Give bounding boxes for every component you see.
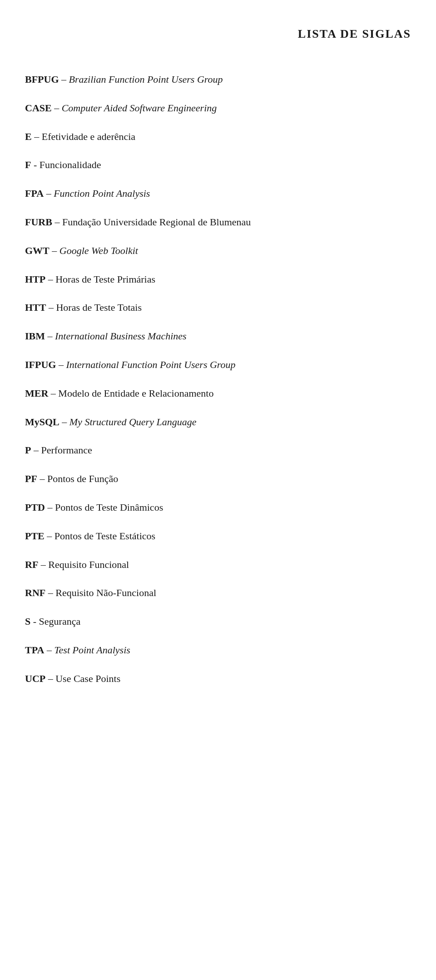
acronym-separator: – bbox=[48, 388, 58, 399]
acronym-key: FURB bbox=[25, 216, 52, 228]
acronym-separator: – bbox=[45, 274, 55, 285]
acronym-key: UCP bbox=[25, 673, 45, 684]
acronym-description: Performance bbox=[41, 444, 92, 456]
list-item: IBM – International Business Machines bbox=[25, 329, 411, 343]
list-item: FPA – Function Point Analysis bbox=[25, 187, 411, 201]
acronym-separator: – bbox=[32, 131, 42, 142]
acronym-separator: – bbox=[56, 359, 66, 370]
acronym-separator: – bbox=[37, 473, 47, 484]
list-item: MER – Modelo de Entidade e Relacionament… bbox=[25, 387, 411, 401]
acronym-key: HTP bbox=[25, 274, 45, 285]
acronym-key: PTD bbox=[25, 502, 45, 513]
acronym-key: MER bbox=[25, 388, 48, 399]
acronym-description: Efetividade e aderência bbox=[42, 131, 135, 142]
acronym-separator: – bbox=[59, 74, 69, 85]
list-item: UCP – Use Case Points bbox=[25, 672, 411, 686]
acronym-key: TPA bbox=[25, 644, 44, 656]
acronym-separator: – bbox=[45, 502, 55, 513]
acronym-separator: – bbox=[46, 302, 56, 313]
list-item: F - Funcionalidade bbox=[25, 158, 411, 172]
list-item: MySQL – My Structured Query Language bbox=[25, 415, 411, 429]
acronym-separator: – bbox=[45, 530, 54, 542]
acronym-key: P bbox=[25, 444, 31, 456]
list-item: IFPUG – International Function Point Use… bbox=[25, 358, 411, 372]
acronym-separator: – bbox=[44, 644, 54, 656]
acronym-key: E bbox=[25, 131, 32, 142]
acronym-key: GWT bbox=[25, 245, 50, 256]
acronym-separator: - bbox=[30, 616, 39, 627]
acronym-separator: – bbox=[45, 673, 55, 684]
acronym-key: F bbox=[25, 159, 31, 170]
list-item: S - Segurança bbox=[25, 615, 411, 629]
acronym-key: CASE bbox=[25, 102, 52, 114]
acronym-key: PF bbox=[25, 473, 37, 484]
acronym-key: S bbox=[25, 616, 30, 627]
list-item: RF – Requisito Funcional bbox=[25, 558, 411, 572]
list-item: GWT – Google Web Toolkit bbox=[25, 244, 411, 258]
acronym-description: Requisito Funcional bbox=[48, 559, 129, 570]
acronym-description: Requisito Não-Funcional bbox=[55, 587, 156, 598]
acronym-description: Pontos de Função bbox=[47, 473, 118, 484]
acronym-key: IFPUG bbox=[25, 359, 56, 370]
acronym-description: Google Web Toolkit bbox=[59, 245, 138, 256]
acronym-description: Use Case Points bbox=[55, 673, 120, 684]
acronym-key: RNF bbox=[25, 587, 45, 598]
acronym-description: Funcionalidade bbox=[40, 159, 101, 170]
acronym-separator: – bbox=[50, 245, 59, 256]
acronym-description: Computer Aided Software Engineering bbox=[62, 102, 217, 114]
acronym-separator: – bbox=[52, 216, 62, 228]
acronym-separator: – bbox=[44, 188, 54, 199]
acronym-description: Segurança bbox=[39, 616, 81, 627]
list-item: P – Performance bbox=[25, 443, 411, 458]
acronym-separator: – bbox=[38, 559, 48, 570]
list-item: CASE – Computer Aided Software Engineeri… bbox=[25, 101, 411, 115]
acronym-description: Horas de Teste Totais bbox=[56, 302, 142, 313]
list-item: HTP – Horas de Teste Primárias bbox=[25, 273, 411, 287]
acronym-description: International Function Point Users Group bbox=[66, 359, 235, 370]
acronym-description: Fundação Universidade Regional de Blumen… bbox=[62, 216, 251, 228]
list-item: PTE – Pontos de Teste Estáticos bbox=[25, 529, 411, 543]
acronym-description: Test Point Analysis bbox=[54, 644, 130, 656]
acronym-description: Function Point Analysis bbox=[54, 188, 150, 199]
acronym-key: FPA bbox=[25, 188, 44, 199]
acronym-separator: – bbox=[45, 330, 55, 342]
acronym-list: BFPUG – Brazilian Function Point Users G… bbox=[25, 73, 411, 686]
page-title: LISTA DE SIGLAS bbox=[25, 27, 411, 41]
list-item: PTD – Pontos de Teste Dinâmicos bbox=[25, 501, 411, 515]
acronym-separator: – bbox=[59, 416, 69, 428]
acronym-key: RF bbox=[25, 559, 38, 570]
acronym-description: International Business Machines bbox=[55, 330, 187, 342]
acronym-key: MySQL bbox=[25, 416, 59, 428]
acronym-key: PTE bbox=[25, 530, 45, 542]
acronym-separator: – bbox=[45, 587, 55, 598]
acronym-separator: – bbox=[52, 102, 62, 114]
list-item: BFPUG – Brazilian Function Point Users G… bbox=[25, 73, 411, 87]
acronym-separator: - bbox=[31, 159, 39, 170]
list-item: FURB – Fundação Universidade Regional de… bbox=[25, 215, 411, 229]
list-item: RNF – Requisito Não-Funcional bbox=[25, 586, 411, 600]
acronym-description: Pontos de Teste Estáticos bbox=[54, 530, 155, 542]
acronym-key: BFPUG bbox=[25, 74, 59, 85]
acronym-description: Pontos de Teste Dinâmicos bbox=[55, 502, 163, 513]
list-item: E – Efetividade e aderência bbox=[25, 130, 411, 144]
acronym-key: IBM bbox=[25, 330, 45, 342]
acronym-description: My Structured Query Language bbox=[69, 416, 197, 428]
acronym-description: Modelo de Entidade e Relacionamento bbox=[58, 388, 213, 399]
list-item: HTT – Horas de Teste Totais bbox=[25, 301, 411, 315]
list-item: TPA – Test Point Analysis bbox=[25, 643, 411, 657]
acronym-description: Horas de Teste Primárias bbox=[55, 274, 155, 285]
acronym-description: Brazilian Function Point Users Group bbox=[69, 74, 223, 85]
acronym-key: HTT bbox=[25, 302, 46, 313]
acronym-separator: – bbox=[31, 444, 41, 456]
list-item: PF – Pontos de Função bbox=[25, 472, 411, 486]
